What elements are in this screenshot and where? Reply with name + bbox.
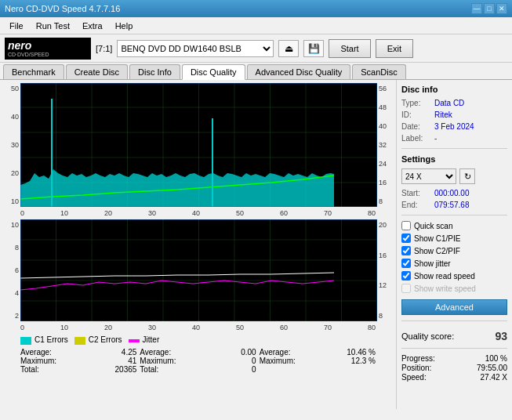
minimize-button[interactable]: — (471, 3, 482, 14)
tab-advanced-disc-quality[interactable]: Advanced Disc Quality (247, 64, 351, 79)
start-button[interactable]: Start (329, 39, 370, 58)
legend-c1: C1 Errors (20, 335, 68, 345)
c1-stats: Average: 4.25 Maximum: 41 Total: 20365 (20, 348, 136, 374)
bottom-x-axis: 01020304050607080 (3, 323, 393, 332)
svg-marker-13 (20, 169, 334, 207)
tab-disc-quality[interactable]: Disc Quality (182, 64, 245, 80)
right-panel: Disc info Type: Data CD ID: Ritek Date: … (396, 80, 512, 409)
bottom-y-axis-left: 108642 (3, 219, 20, 321)
show-jitter-row: Show jitter (401, 259, 507, 268)
window-title: Nero CD-DVD Speed 4.7.7.16 (5, 4, 120, 13)
top-chart-wrapper: 5040302010 (3, 83, 393, 207)
refresh-button[interactable]: ↻ (459, 168, 475, 184)
top-y-axis-right: 5648403224168 (377, 83, 393, 207)
top-chart (20, 83, 377, 207)
show-c1-pie-row: Show C1/PIE (401, 234, 507, 243)
menu-extra[interactable]: Extra (76, 20, 109, 32)
speed-row: 24 X ↻ (401, 168, 507, 184)
position-row: Position: 79:55.00 (401, 364, 507, 372)
show-read-speed-row: Show read speed (401, 271, 507, 281)
chart-area: 5040302010 (0, 80, 396, 409)
bottom-y-axis-right: 2016128 (377, 219, 393, 321)
window-controls: — □ ✕ (471, 3, 507, 14)
tab-bar: Benchmark Create Disc Disc Info Disc Qua… (0, 63, 512, 80)
show-write-speed-checkbox[interactable] (401, 284, 411, 293)
show-c2-pif-checkbox[interactable] (401, 246, 411, 255)
disc-info-title: Disc info (401, 85, 507, 94)
speed-row-progress: Speed: 27.42 X (401, 373, 507, 382)
menu-run-test[interactable]: Run Test (30, 20, 76, 32)
show-jitter-checkbox[interactable] (401, 259, 411, 268)
quick-scan-row: Quick scan (401, 221, 507, 230)
eject-button[interactable]: ⏏ (278, 40, 299, 57)
start-time-row: Start: 000:00.00 (401, 189, 507, 197)
toolbar: nero CD·DVD/SPEED [7:1] BENQ DVD DD DW16… (0, 34, 512, 63)
c2-stats: Average: 0.00 Maximum: 0 Total: 0 (140, 348, 256, 374)
legend-c2: C2 Errors (74, 335, 122, 345)
disc-type-row: Type: Data CD (401, 99, 507, 107)
menu-help[interactable]: Help (109, 20, 140, 32)
tab-benchmark[interactable]: Benchmark (3, 64, 64, 79)
jitter-stats: Average: 10.46 % Maximum: 12.3 % (260, 348, 376, 374)
speed-select[interactable]: 24 X (401, 168, 456, 184)
quality-score-row: Quality score: 93 (401, 330, 507, 342)
disc-id-row: ID: Ritek (401, 110, 507, 119)
menu-bar: File Run Test Extra Help (0, 17, 512, 34)
disc-label-row: Label: - (401, 134, 507, 143)
progress-section: Progress: 100 % Position: 79:55.00 Speed… (401, 354, 507, 382)
maximize-button[interactable]: □ (484, 3, 495, 14)
drive-select[interactable]: BENQ DVD DD DW1640 BSLB (117, 40, 274, 57)
tab-disc-info[interactable]: Disc Info (129, 64, 180, 79)
legend-jitter: Jitter (129, 335, 160, 344)
close-button[interactable]: ✕ (496, 3, 507, 14)
settings-title: Settings (401, 154, 507, 164)
top-x-axis: 01020304050607080 (3, 208, 393, 218)
show-c2-pif-row: Show C2/PIF (401, 246, 507, 255)
advanced-button[interactable]: Advanced (401, 299, 507, 315)
bottom-chart-wrapper: 108642 (3, 219, 393, 321)
show-read-speed-checkbox[interactable] (401, 271, 411, 281)
save-button[interactable]: 💾 (303, 40, 324, 57)
quick-scan-checkbox[interactable] (401, 221, 411, 230)
tab-scan-disc[interactable]: ScanDisc (352, 64, 405, 79)
progress-row: Progress: 100 % (401, 354, 507, 363)
exit-button[interactable]: Exit (376, 39, 413, 58)
drive-label: [7:1] (96, 44, 112, 53)
tab-create-disc[interactable]: Create Disc (66, 64, 128, 79)
bottom-chart (20, 219, 377, 321)
title-bar: Nero CD-DVD Speed 4.7.7.16 — □ ✕ (0, 0, 512, 17)
end-time-row: End: 079:57.68 (401, 201, 507, 209)
nero-logo: nero CD·DVD/SPEED (5, 38, 91, 60)
show-write-speed-row: Show write speed (401, 284, 507, 293)
menu-file[interactable]: File (3, 20, 30, 32)
main-content: 5040302010 (0, 80, 512, 409)
disc-date-row: Date: 3 Feb 2024 (401, 122, 507, 131)
top-y-axis-left: 5040302010 (3, 83, 20, 207)
show-c1-pie-checkbox[interactable] (401, 234, 411, 243)
